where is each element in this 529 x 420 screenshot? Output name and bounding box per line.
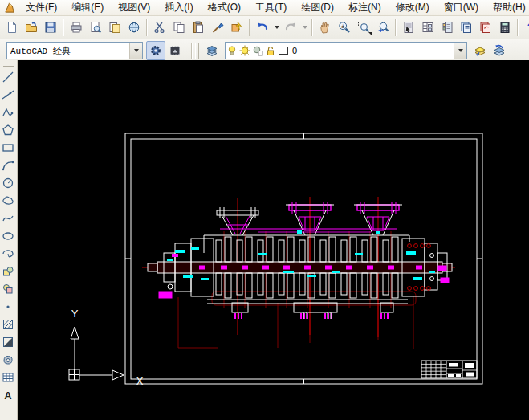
svg-text:Y: Y (71, 308, 79, 320)
menu-item-file[interactable]: 文件(F) (18, 0, 64, 15)
zoom-realtime-button[interactable]: ± (335, 18, 354, 37)
properties-palette-button[interactable] (399, 18, 418, 37)
arc-icon (2, 159, 14, 172)
toolbar-separator (395, 19, 397, 36)
block-editor-button[interactable] (227, 18, 246, 37)
mtext-icon: A (4, 390, 11, 401)
designcenter-button[interactable] (418, 18, 437, 37)
hatch-tool[interactable] (0, 316, 16, 333)
gradient-tool[interactable] (0, 333, 16, 351)
pump-shaft (148, 262, 452, 273)
open-button[interactable] (22, 18, 41, 37)
help-button[interactable]: ? (521, 18, 529, 37)
menu-item-view[interactable]: 视图(V) (111, 0, 157, 15)
ucs-icon: Y X (69, 308, 144, 387)
markup-set-manager-button[interactable] (476, 18, 495, 37)
my-workspace-button[interactable] (165, 41, 185, 60)
calculator-icon (498, 21, 511, 34)
publish-button[interactable] (105, 18, 124, 37)
rectangle-tool[interactable] (0, 139, 16, 157)
sheet-set-icon (460, 21, 473, 34)
ellipse-arc-tool[interactable] (0, 245, 16, 263)
layer-name-label: 0 (290, 46, 454, 55)
layer-unlock-icon[interactable] (264, 44, 277, 57)
menu-item-draw[interactable]: 绘图(D) (294, 0, 341, 15)
polygon-icon (2, 124, 14, 137)
menu-item-format[interactable]: 格式(O) (201, 0, 248, 15)
quickcalc-button[interactable] (495, 18, 515, 37)
make-layer-current-button[interactable] (470, 41, 490, 60)
polyline-tool[interactable] (0, 104, 16, 121)
menu-item-tools[interactable]: 工具(T) (248, 0, 294, 15)
gear-icon (149, 44, 162, 57)
toolbar-grip[interactable] (195, 43, 199, 59)
polygon-tool[interactable] (0, 121, 16, 139)
plot-button[interactable] (67, 18, 86, 37)
layer-dropdown[interactable]: 0 (225, 42, 467, 59)
cut-button[interactable] (150, 18, 169, 37)
markup-set-icon (479, 21, 492, 34)
save-button[interactable] (41, 18, 60, 37)
chevron-down-icon (454, 43, 466, 59)
zoom-previous-button[interactable] (373, 18, 393, 37)
construction-line-tool[interactable] (0, 86, 16, 104)
tool-palettes-button[interactable] (437, 18, 457, 37)
pan-hand-icon (319, 21, 332, 34)
publish-icon (108, 21, 121, 34)
layer-properties-button[interactable] (202, 41, 222, 60)
redo-button[interactable] (281, 18, 300, 37)
undo-dropdown[interactable] (272, 18, 281, 36)
spline-tool[interactable] (0, 210, 16, 227)
arc-tool[interactable] (0, 157, 16, 174)
drawing-canvas[interactable]: Y X (18, 60, 529, 420)
menu-item-dimension[interactable]: 标注(N) (341, 0, 389, 15)
mtext-tool[interactable]: A (0, 386, 16, 404)
menu-item-window[interactable]: 窗口(W) (437, 0, 486, 15)
menu-item-insert[interactable]: 插入(I) (157, 0, 200, 15)
redo-dropdown[interactable] (300, 18, 309, 36)
new-button[interactable] (2, 18, 22, 37)
ellipse-tool[interactable] (0, 227, 16, 245)
circle-tool[interactable] (0, 174, 16, 192)
pan-button[interactable] (315, 18, 335, 37)
revision-cloud-tool[interactable] (0, 192, 16, 210)
point-icon (2, 300, 14, 313)
workspace-settings-button[interactable] (146, 41, 165, 60)
layer-viewport-freeze-icon[interactable] (251, 44, 264, 57)
chevron-down-icon (129, 43, 142, 59)
region-icon (2, 353, 14, 366)
toolbar-grip[interactable] (3, 63, 14, 67)
layer-thaw-sun-icon[interactable] (238, 44, 251, 57)
zoom-window-button[interactable] (354, 18, 373, 37)
zoom-previous-icon (376, 21, 389, 34)
web-publish-button[interactable] (124, 18, 144, 37)
polyline-icon (2, 106, 14, 119)
paste-button[interactable] (189, 18, 208, 37)
my-workspace-icon (169, 44, 181, 57)
model-space: Y X (18, 60, 529, 420)
workspace-dropdown[interactable]: AutoCAD 经典 (6, 42, 143, 59)
menu-item-modify[interactable]: 修改(M) (389, 0, 437, 15)
workspace-layers-toolbar: AutoCAD 经典 (0, 39, 529, 63)
svg-text:X: X (136, 375, 144, 387)
match-properties-button[interactable] (208, 18, 227, 37)
point-tool[interactable] (0, 298, 16, 316)
layer-previous-button[interactable] (490, 41, 509, 60)
region-tool[interactable] (0, 351, 16, 369)
plot-preview-button[interactable] (86, 18, 105, 37)
undo-button[interactable] (253, 18, 272, 37)
layer-color-swatch[interactable] (277, 44, 290, 57)
title-block (421, 361, 477, 378)
block-editor-icon (230, 21, 243, 34)
globe-icon (128, 21, 140, 34)
insert-block-tool[interactable] (0, 263, 16, 280)
make-block-tool[interactable] (0, 280, 16, 298)
copy-button[interactable] (169, 18, 189, 37)
menu-item-help[interactable]: 帮助(H) (486, 0, 529, 15)
menu-item-edit[interactable]: 编辑(E) (64, 0, 111, 15)
revision-cloud-icon (2, 194, 14, 207)
line-tool[interactable] (0, 68, 16, 86)
sheet-set-manager-button[interactable] (457, 18, 476, 37)
layer-on-bulb-icon[interactable] (226, 44, 238, 57)
table-tool[interactable] (0, 369, 16, 386)
